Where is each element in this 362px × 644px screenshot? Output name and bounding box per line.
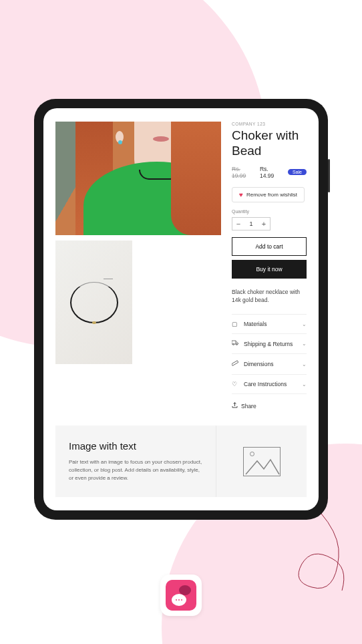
truck-icon — [232, 340, 238, 347]
screen: COMPANY 123 Choker with Bead Rs. 19.99 R… — [43, 108, 319, 510]
chevron-down-icon: ⌄ — [302, 321, 307, 327]
product-image-thumbnail[interactable] — [55, 240, 132, 364]
chevron-down-icon: ⌄ — [302, 381, 307, 387]
share-label: Share — [241, 403, 256, 410]
accordion-label: Shipping & Returns — [244, 341, 297, 347]
accordion-materials[interactable]: ▢ Materials ⌄ — [232, 314, 307, 333]
buy-now-button[interactable]: Buy it now — [232, 260, 307, 279]
quantity-label: Quantity — [232, 209, 307, 214]
vendor-label: COMPANY 123 — [232, 122, 307, 126]
share-button[interactable]: Share — [232, 402, 307, 410]
product-description: Black choker necklace with 14k gold bead… — [232, 288, 307, 305]
heart-outline-icon: ♡ — [232, 381, 238, 387]
iwt-title: Image with text — [69, 440, 202, 452]
accordion-dimensions[interactable]: Dimensions ⌄ — [232, 353, 307, 374]
quantity-stepper: − 1 + — [232, 217, 270, 230]
product-image-main[interactable] — [55, 122, 221, 235]
heart-icon: ♥ — [239, 191, 243, 198]
wishlist-button[interactable]: ♥ Remove from wishlist — [232, 187, 305, 202]
compare-price: Rs. 19.99 — [232, 166, 256, 179]
quantity-value: 1 — [244, 220, 258, 227]
chevron-down-icon: ⌄ — [302, 361, 307, 367]
svg-rect-3 — [232, 361, 238, 366]
svg-point-2 — [236, 344, 238, 345]
quantity-decrease-button[interactable]: − — [232, 218, 244, 230]
accordion-label: Materials — [244, 321, 297, 327]
chevron-down-icon: ⌄ — [302, 341, 307, 347]
placeholder-image-icon — [243, 447, 281, 476]
product-title: Choker with Bead — [232, 128, 307, 159]
accordion-shipping[interactable]: Shipping & Returns ⌄ — [232, 333, 307, 353]
accordion-label: Dimensions — [244, 361, 297, 367]
tablet-frame: COMPANY 123 Choker with Bead Rs. 19.99 R… — [34, 99, 328, 520]
chat-app-icon[interactable] — [160, 575, 202, 616]
quantity-increase-button[interactable]: + — [258, 218, 270, 230]
add-to-cart-button[interactable]: Add to cart — [232, 237, 307, 256]
image-with-text-section: Image with text Pair text with an image … — [55, 426, 307, 497]
sale-badge: Sale — [288, 169, 307, 175]
share-icon — [232, 402, 238, 410]
price: Rs. 14.99 — [260, 166, 284, 179]
svg-point-1 — [233, 344, 234, 345]
iwt-body: Pair text with an image to focus on your… — [69, 458, 202, 482]
materials-icon: ▢ — [232, 321, 238, 327]
accordion-care[interactable]: ♡ Care Instructions ⌄ — [232, 374, 307, 394]
ruler-icon — [232, 360, 238, 368]
wishlist-label: Remove from wishlist — [246, 192, 297, 198]
accordion-label: Care Instructions — [244, 381, 297, 387]
